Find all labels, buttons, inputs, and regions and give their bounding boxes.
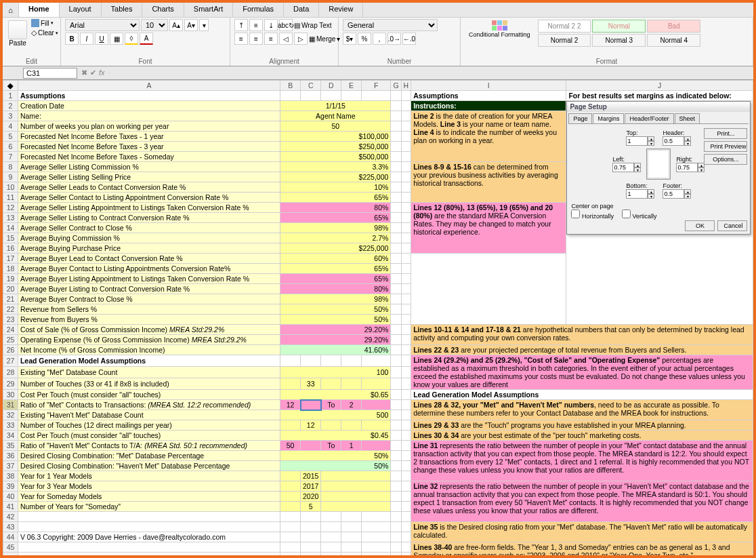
ribbon-tab-home[interactable]: Home: [19, 3, 60, 17]
cell[interactable]: 2015: [301, 471, 321, 481]
cell[interactable]: [401, 132, 411, 142]
cell[interactable]: Line 31 represents the ratio between the…: [411, 441, 753, 481]
cell[interactable]: 500: [280, 410, 391, 420]
align-bottom-button[interactable]: ⤓: [264, 19, 278, 31]
cell[interactable]: [391, 461, 401, 471]
cell[interactable]: [18, 512, 280, 522]
cell[interactable]: 50%: [280, 315, 391, 325]
formula-input[interactable]: [109, 73, 753, 74]
col-header[interactable]: F: [361, 81, 390, 91]
cell[interactable]: [401, 233, 411, 243]
cell[interactable]: Lines 30 & 34 are your best estimate of …: [411, 431, 753, 441]
dialog-tab[interactable]: Header/Footer: [625, 113, 673, 123]
row-header[interactable]: 21: [3, 294, 18, 304]
cell[interactable]: [301, 553, 321, 556]
row-header[interactable]: 40: [3, 492, 18, 502]
cell[interactable]: [401, 213, 411, 223]
cell[interactable]: [280, 420, 301, 431]
cell[interactable]: [401, 441, 411, 451]
cell[interactable]: 98%: [280, 294, 391, 304]
cell[interactable]: [401, 162, 411, 172]
cell[interactable]: [280, 492, 301, 502]
cell[interactable]: [391, 553, 401, 556]
cell[interactable]: [18, 542, 280, 553]
cell[interactable]: [401, 284, 411, 294]
cell[interactable]: Average Buyer Lead to Contact Conversion…: [18, 254, 280, 264]
cell[interactable]: Average Seller Listing to Contract Conve…: [18, 213, 280, 223]
cell[interactable]: [391, 203, 401, 213]
cell[interactable]: 50%: [280, 461, 391, 471]
cell[interactable]: [301, 441, 321, 451]
cell[interactable]: 29.20%: [280, 335, 391, 345]
cell[interactable]: [391, 223, 401, 233]
cell[interactable]: Page Setup PageMarginsHeader/FooterSheet…: [566, 101, 753, 325]
cell[interactable]: Revenue from Sellers %: [18, 304, 280, 315]
spin-up[interactable]: ▴: [684, 136, 691, 141]
cell[interactable]: [341, 420, 362, 431]
cell[interactable]: 50: [280, 441, 301, 451]
cell[interactable]: [391, 233, 401, 243]
row-header[interactable]: 7: [3, 152, 18, 162]
row-header[interactable]: 24: [3, 325, 18, 335]
cell[interactable]: [391, 304, 401, 315]
cell[interactable]: Existing "Met" Database Count: [18, 367, 280, 378]
row-header[interactable]: 41: [3, 502, 18, 512]
cell[interactable]: [401, 325, 411, 335]
options-button[interactable]: Options...: [704, 154, 747, 165]
cell[interactable]: [391, 345, 401, 355]
cell[interactable]: [341, 532, 362, 542]
name-box[interactable]: [23, 68, 77, 79]
cell[interactable]: [280, 471, 301, 481]
cell[interactable]: Operating Expense (% of Gross Commission…: [18, 335, 280, 345]
cell[interactable]: [361, 378, 390, 390]
cell[interactable]: [401, 203, 411, 213]
col-header[interactable]: E: [341, 81, 362, 91]
spin-down[interactable]: ▾: [634, 167, 641, 172]
cell[interactable]: [361, 553, 390, 556]
row-header[interactable]: 43: [3, 522, 18, 532]
cell[interactable]: [361, 355, 390, 367]
cell[interactable]: Average Buying Commission %: [18, 233, 280, 243]
cell[interactable]: [401, 431, 411, 441]
row-header[interactable]: 23: [3, 315, 18, 325]
cell[interactable]: [391, 193, 401, 203]
cell[interactable]: [391, 410, 401, 420]
cell[interactable]: [401, 451, 411, 461]
cell[interactable]: Line 32 represents the ratio between the…: [411, 481, 753, 522]
cell[interactable]: [401, 91, 411, 101]
cell[interactable]: [280, 542, 301, 553]
cell[interactable]: Line 2 is the date of creation for your …: [411, 111, 566, 162]
cell[interactable]: [321, 532, 341, 542]
cell[interactable]: Average Buyer Contact to Listing Appoint…: [18, 264, 280, 274]
cell[interactable]: 2020: [301, 492, 321, 502]
cell[interactable]: Ratio of "Haven't Met" Contacts to T/A: …: [18, 441, 280, 451]
spin-up[interactable]: ▴: [648, 136, 654, 141]
cell[interactable]: Ratio of "Met" Contacts to Transactions:…: [18, 400, 280, 410]
fill-button[interactable]: Fill▾: [31, 19, 58, 27]
cell[interactable]: 50%: [280, 451, 391, 461]
row-header[interactable]: 16: [3, 243, 18, 254]
cell[interactable]: [401, 315, 411, 325]
cell[interactable]: [391, 264, 401, 274]
cell[interactable]: [391, 315, 401, 325]
cell[interactable]: [321, 355, 341, 367]
cell[interactable]: [401, 410, 411, 420]
cell[interactable]: 2017: [301, 481, 321, 492]
cell[interactable]: [321, 542, 341, 553]
center-horiz-checkbox[interactable]: Horizontally: [571, 210, 614, 220]
cell[interactable]: $0.65: [280, 390, 391, 400]
cell[interactable]: [280, 481, 301, 492]
cell[interactable]: For best results set margins as indicate…: [566, 91, 753, 101]
cell[interactable]: [391, 254, 401, 264]
cell[interactable]: [361, 91, 390, 101]
ribbon-tab-data[interactable]: Data: [284, 3, 319, 17]
cell[interactable]: Number of Years for "Someday": [18, 502, 280, 512]
row-header[interactable]: 34: [3, 431, 18, 441]
cell[interactable]: [391, 91, 401, 101]
decrease-indent-button[interactable]: ◁: [279, 33, 293, 45]
cell[interactable]: [391, 162, 401, 172]
cell[interactable]: [391, 451, 401, 461]
cell[interactable]: [401, 461, 411, 471]
cell[interactable]: Revenue from Buyers %: [18, 315, 280, 325]
cell[interactable]: [391, 182, 401, 193]
